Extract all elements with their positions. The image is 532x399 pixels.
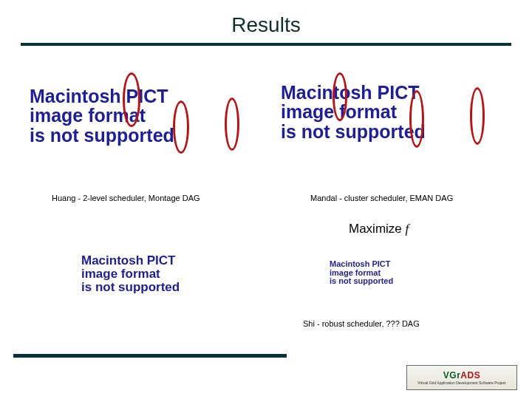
caption-huang: Huang - 2-level scheduler, Montage DAG	[52, 194, 200, 202]
maximize-symbol: f	[406, 222, 409, 236]
pict-placeholder-top-left: Macintosh PICT image format is not suppo…	[30, 86, 174, 145]
logo-brand: VGrADS	[443, 370, 480, 381]
logo-brand-pre: VGr	[443, 370, 461, 381]
pict-line: is not supported	[281, 122, 426, 141]
caption-shi: Shi - robust scheduler, ??? DAG	[303, 319, 420, 328]
page-title: Results	[0, 0, 532, 41]
pict-line: image format	[30, 106, 174, 125]
pict-placeholder-bottom-left: Macintosh PICT image format is not suppo…	[81, 254, 180, 294]
annotation-ellipse	[470, 87, 485, 145]
annotation-ellipse	[332, 72, 347, 121]
pict-placeholder-top-right: Macintosh PICT image format is not suppo…	[281, 83, 426, 141]
pict-line: image format	[81, 267, 180, 281]
pict-line: Macintosh PICT	[330, 260, 393, 269]
annotation-ellipse	[225, 98, 239, 151]
logo: VGrADS Virtual Grid Application Developm…	[406, 365, 517, 390]
caption-mandal: Mandal - cluster scheduler, EMAN DAG	[310, 194, 453, 202]
annotation-ellipse	[173, 100, 189, 154]
annotation-ellipse	[123, 72, 140, 127]
pict-line: image format	[281, 102, 426, 121]
pict-line: is not supported	[30, 126, 174, 145]
maximize-word: Maximize	[349, 222, 402, 236]
maximize-label: Maximize f	[349, 222, 409, 236]
logo-brand-accent: ADS	[460, 370, 480, 381]
pict-line: Macintosh PICT	[81, 254, 180, 267]
pict-line: is not supported	[330, 277, 393, 286]
logo-tagline: Virtual Grid Application Development Sof…	[417, 381, 505, 385]
annotation-ellipse	[409, 90, 424, 148]
bottom-divider	[13, 354, 287, 358]
content-area: Macintosh PICT image format is not suppo…	[0, 46, 532, 364]
pict-placeholder-bottom-right: Macintosh PICT image format is not suppo…	[330, 260, 393, 286]
pict-line: Macintosh PICT	[30, 86, 174, 106]
pict-line: Macintosh PICT	[281, 83, 426, 102]
pict-line: is not supported	[81, 281, 180, 294]
